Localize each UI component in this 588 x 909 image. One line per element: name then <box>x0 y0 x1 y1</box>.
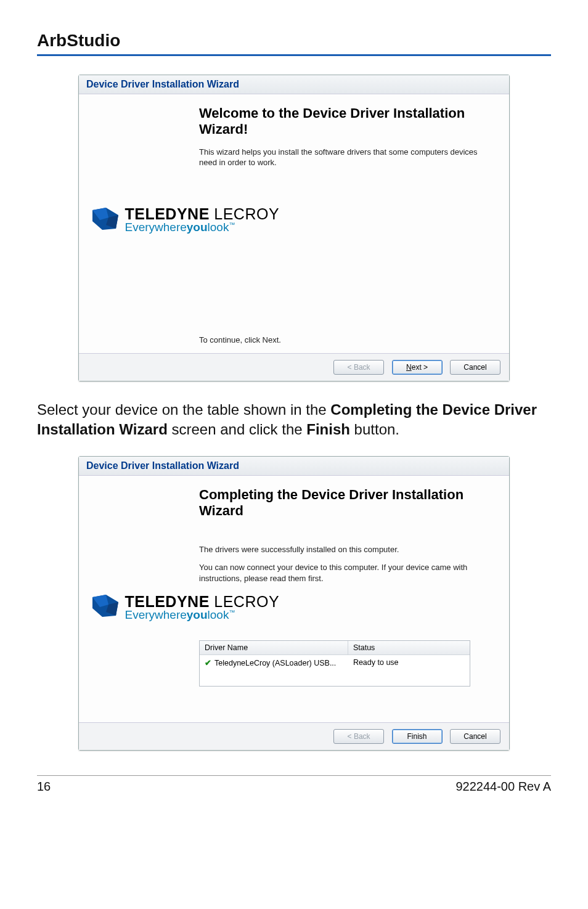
wizard-complete-body1: The drivers were successfully installed … <box>199 544 494 555</box>
wizard-complete-left-panel: TELEDYNE LECROY Everywhereyoulook™ <box>79 476 193 722</box>
wizard-welcome: Device Driver Installation Wizard TELEDY… <box>78 75 510 381</box>
wizard-welcome-heading: Welcome to the Device Driver Installatio… <box>199 105 494 138</box>
check-icon: ✔ <box>205 658 213 667</box>
teledyne-logo-icon <box>91 593 120 621</box>
page-footer: 16 922244-00 Rev A <box>37 775 551 794</box>
driver-name-cell: TeledyneLeCroy (ASLoader) USB... <box>214 659 336 667</box>
wizard-welcome-titlebar: Device Driver Installation Wizard <box>79 75 509 94</box>
teledyne-logo-icon <box>91 206 120 234</box>
driver-table-header-name[interactable]: Driver Name <box>200 641 348 654</box>
title-rule <box>37 54 551 56</box>
cancel-button[interactable]: Cancel <box>450 360 500 375</box>
page-number: 16 <box>37 780 51 794</box>
wizard-complete: Device Driver Installation Wizard TELEDY… <box>78 456 510 751</box>
doc-revision: 922244-00 Rev A <box>455 780 551 794</box>
next-button[interactable]: Next > <box>392 360 443 375</box>
driver-table-header-status[interactable]: Status <box>348 641 470 654</box>
finish-button[interactable]: Finish <box>392 729 443 744</box>
cancel-button[interactable]: Cancel <box>450 729 500 744</box>
wizard-complete-footer: < Back Finish Cancel <box>79 722 509 750</box>
wizard-complete-heading: Completing the Device Driver Installatio… <box>199 487 494 520</box>
wizard-complete-titlebar: Device Driver Installation Wizard <box>79 457 509 476</box>
back-button: < Back <box>333 729 384 744</box>
wizard-welcome-continue: To continue, click Next. <box>199 335 281 344</box>
page-title: ArbStudio <box>37 31 551 51</box>
wizard-welcome-footer: < Back Next > Cancel <box>79 353 509 381</box>
driver-table: Driver Name Status ✔TeledyneLeCroy (ASLo… <box>199 640 470 687</box>
back-button: < Back <box>333 360 384 375</box>
wizard-welcome-left-panel: TELEDYNE LECROY Everywhereyoulook™ <box>79 94 193 353</box>
driver-status-cell: Ready to use <box>348 657 470 669</box>
wizard-welcome-body: This wizard helps you install the softwa… <box>199 147 494 168</box>
table-row[interactable]: ✔TeledyneLeCroy (ASLoader) USB... Ready … <box>200 655 470 686</box>
wizard-complete-body2: You can now connect your device to this … <box>199 562 494 584</box>
instruction-text: Select your device on the table shown in… <box>37 400 551 440</box>
